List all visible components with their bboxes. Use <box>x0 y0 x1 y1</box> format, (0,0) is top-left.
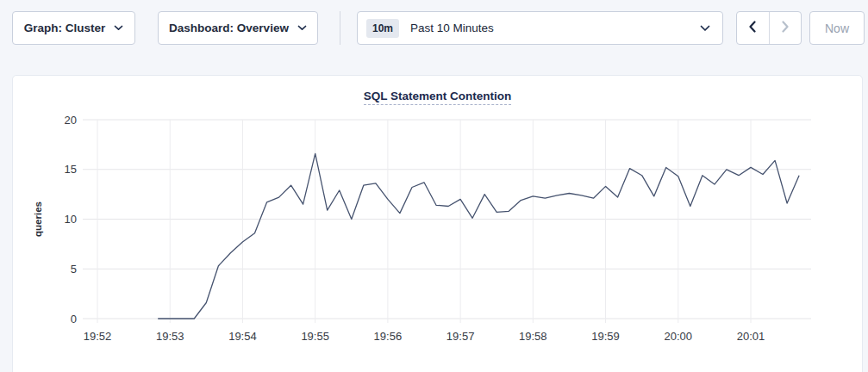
chevron-down-icon <box>700 25 710 32</box>
x-tick-label: 19:56 <box>374 330 403 343</box>
x-tick-label: 19:54 <box>228 330 257 343</box>
dashboard-dropdown-label: Dashboard: Overview <box>169 22 289 34</box>
chart-card: SQL Statement Contention 0510152019:5219… <box>12 75 863 372</box>
time-range-picker[interactable]: 10m Past 10 Minutes <box>357 11 723 45</box>
y-tick-label: 10 <box>65 213 77 226</box>
x-tick-label: 19:52 <box>84 330 112 343</box>
page: Graph: Cluster Dashboard: Overview 10m P… <box>0 0 868 372</box>
x-tick-label: 20:01 <box>737 330 765 343</box>
y-tick-label: 20 <box>65 114 77 127</box>
chevron-right-icon <box>781 21 790 35</box>
time-range-badge: 10m <box>366 19 399 38</box>
y-tick-label: 15 <box>65 163 77 176</box>
y-tick-label: 0 <box>71 313 77 326</box>
graph-dropdown[interactable]: Graph: Cluster <box>12 11 135 45</box>
chevron-down-icon <box>114 25 123 31</box>
x-tick-label: 19:58 <box>519 330 547 343</box>
x-tick-label: 19:53 <box>156 330 184 343</box>
prev-range-button[interactable] <box>737 12 769 44</box>
series-line <box>158 153 799 319</box>
dashboard-dropdown[interactable]: Dashboard: Overview <box>158 11 318 45</box>
chevron-left-icon <box>748 21 757 35</box>
y-axis-label: queries <box>33 202 43 237</box>
chevron-down-icon <box>297 25 307 31</box>
toolbar-divider <box>340 11 340 45</box>
x-tick-label: 19:57 <box>446 330 475 343</box>
time-range-nav <box>736 11 802 45</box>
x-tick-label: 20:00 <box>665 330 693 343</box>
time-range-label: Past 10 Minutes <box>410 22 700 34</box>
now-button[interactable]: Now <box>809 11 865 45</box>
y-tick-label: 5 <box>71 263 77 276</box>
chart-title[interactable]: SQL Statement Contention <box>364 90 512 105</box>
chart-title-row: SQL Statement Contention <box>13 88 862 105</box>
next-range-button[interactable] <box>770 12 802 44</box>
line-chart[interactable]: 0510152019:5219:5319:5419:5519:5619:5719… <box>13 76 863 372</box>
x-tick-label: 19:55 <box>301 330 329 343</box>
toolbar: Graph: Cluster Dashboard: Overview 10m P… <box>0 0 868 45</box>
x-tick-label: 19:59 <box>591 330 620 343</box>
graph-dropdown-label: Graph: Cluster <box>24 22 106 34</box>
